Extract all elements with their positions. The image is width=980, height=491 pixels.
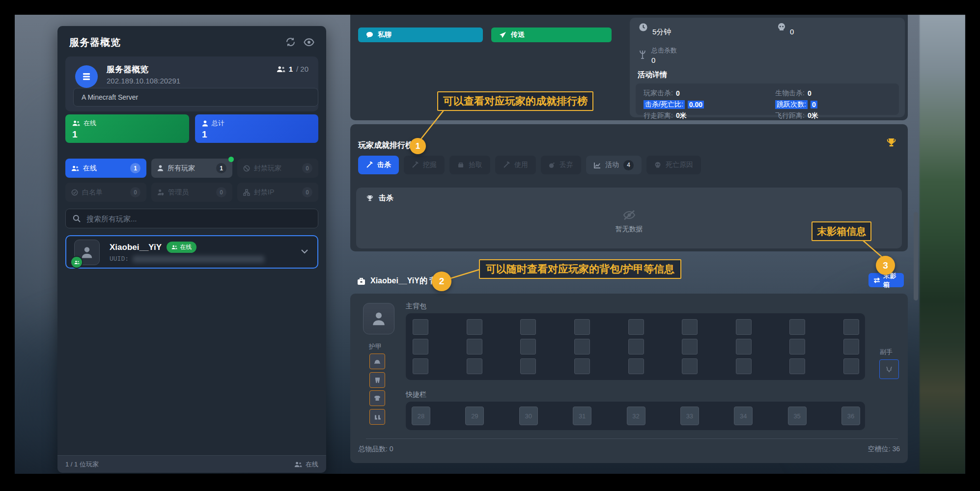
inventory-slot[interactable] — [843, 358, 859, 374]
page-scrollbar[interactable] — [914, 212, 918, 300]
teleport-button[interactable]: 传送 — [491, 27, 612, 42]
tab-kills[interactable]: 击杀 — [358, 156, 399, 174]
uuid-label: UUID: — [110, 255, 129, 263]
kills-icon — [639, 50, 646, 59]
inventory-slot[interactable] — [736, 339, 752, 355]
inventory-slot[interactable] — [467, 319, 482, 335]
total-items-text: 总物品数: 0 — [358, 445, 393, 454]
filter-tab-banned-ip[interactable]: 封禁IP 0 — [237, 183, 318, 202]
inventory-slot[interactable] — [628, 358, 644, 374]
tool-icon — [503, 162, 510, 168]
inventory-slot[interactable] — [628, 339, 644, 355]
hotbar-slot[interactable]: 33 — [680, 407, 699, 425]
tab-label: 丢弃 — [560, 161, 573, 169]
filter-tab-whitelist[interactable]: 白名单 0 — [65, 183, 146, 202]
inventory-slot[interactable] — [413, 358, 428, 374]
total-kills-label: 总击杀数 — [651, 46, 677, 55]
trophy-icon — [886, 137, 897, 148]
inventory-slot[interactable] — [574, 339, 590, 355]
stat-value: 0 — [808, 89, 812, 97]
offhand-slot[interactable] — [879, 359, 899, 379]
server-player-count: 1 / 20 — [277, 65, 308, 73]
armor-label: 护甲 — [369, 342, 382, 351]
inventory-slot[interactable] — [413, 339, 428, 355]
search-input[interactable] — [85, 214, 311, 223]
filter-tab-all-players[interactable]: 所有玩家 1 — [151, 159, 232, 178]
hotbar-slot-number: 29 — [471, 412, 478, 420]
trophy-icon — [366, 194, 374, 202]
inventory-slot[interactable] — [682, 319, 698, 335]
server-online-count: 1 — [289, 65, 293, 73]
helmet-icon — [374, 359, 381, 364]
player-list-item[interactable]: Xiaobei__YiY 在线 UUID: — [65, 235, 318, 269]
inventory-slot[interactable] — [682, 339, 698, 355]
hotbar-slot[interactable]: 35 — [788, 407, 807, 425]
private-chat-button[interactable]: 私聊 — [358, 27, 483, 42]
hotbar-slot[interactable]: 32 — [627, 407, 645, 425]
inventory-slot[interactable] — [467, 339, 482, 355]
inventory-slot[interactable] — [520, 319, 536, 335]
callout-leaderboard: 可以查看对应玩家的成就排行榜 — [437, 91, 593, 111]
hotbar-label: 快捷栏 — [406, 390, 426, 399]
armor-slot-helmet[interactable] — [369, 354, 385, 369]
inventory-slot[interactable] — [789, 319, 805, 335]
tab-pickup[interactable]: 拾取 — [449, 156, 490, 174]
online-stat-label: 在线 — [84, 119, 96, 128]
inventory-slot[interactable] — [682, 358, 698, 374]
stat-label: 行走距离: — [644, 111, 673, 120]
server-icon — [75, 65, 98, 88]
tab-drop[interactable]: 丢弃 — [541, 156, 581, 174]
hotbar-slot[interactable]: 36 — [841, 407, 860, 425]
hotbar-slot[interactable]: 30 — [519, 407, 538, 425]
hotbar-slot[interactable]: 31 — [573, 407, 591, 425]
hotbar-slot[interactable]: 34 — [734, 407, 753, 425]
boots-icon — [374, 414, 381, 420]
stat-value-highlighted: 0 — [811, 101, 817, 109]
inventory-slot[interactable] — [520, 339, 536, 355]
filter-tab-banned-players[interactable]: 封禁玩家 0 — [237, 159, 318, 178]
inventory-slot[interactable] — [574, 319, 590, 335]
tab-use[interactable]: 使用 — [495, 156, 536, 174]
eye-icon[interactable] — [304, 38, 314, 47]
inventory-slot[interactable] — [467, 358, 482, 374]
stat-label-highlighted: 跳跃次数: — [775, 100, 808, 109]
hotbar-slot-number: 34 — [740, 412, 747, 420]
total-stat-label: 总计 — [212, 119, 224, 128]
tab-label: 击杀 — [377, 161, 391, 169]
hotbar-slot[interactable]: 28 — [412, 407, 430, 425]
tab-activity[interactable]: 活动 4 — [586, 156, 642, 174]
server-capacity: / 20 — [296, 65, 308, 73]
inventory-slot[interactable] — [789, 339, 805, 355]
inventory-slot[interactable] — [574, 358, 590, 374]
pickaxe-icon — [412, 162, 419, 168]
inventory-slot[interactable] — [789, 358, 805, 374]
armor-slot-chestplate[interactable] — [369, 390, 385, 406]
filter-tab-admins[interactable]: 管理员 0 — [151, 183, 232, 202]
armor-slot-boots[interactable] — [369, 409, 385, 425]
refresh-icon[interactable] — [285, 37, 296, 47]
user-icon — [157, 165, 164, 171]
inventory-slot[interactable] — [628, 319, 644, 335]
chevron-down-icon[interactable] — [301, 249, 308, 254]
tab-label: 管理员 — [168, 188, 189, 197]
online-status-badge-icon — [70, 256, 83, 269]
filter-tab-online[interactable]: 在线 1 — [65, 159, 146, 178]
inventory-slot[interactable] — [520, 358, 536, 374]
inventory-slot[interactable] — [843, 319, 859, 335]
tab-label: 白名单 — [82, 188, 103, 197]
armor-slot-leggings[interactable] — [369, 372, 385, 388]
tab-death-cause[interactable]: 死亡原因 — [646, 156, 701, 174]
hotbar-slot-number: 36 — [847, 412, 854, 420]
inventory-slot[interactable] — [736, 319, 752, 335]
online-stat-value: 1 — [72, 129, 182, 140]
users-icon — [294, 462, 302, 467]
inventory-slot[interactable] — [413, 319, 428, 335]
ender-chest-button[interactable]: 末影箱 — [868, 273, 904, 287]
player-search — [65, 209, 318, 228]
inventory-slot[interactable] — [843, 339, 859, 355]
inventory-slot[interactable] — [736, 358, 752, 374]
online-stat-card: 在线 1 — [65, 114, 189, 143]
inventory-divider — [366, 438, 898, 439]
hotbar-slot[interactable]: 29 — [465, 407, 484, 425]
tab-mining[interactable]: 挖掘 — [404, 156, 445, 174]
